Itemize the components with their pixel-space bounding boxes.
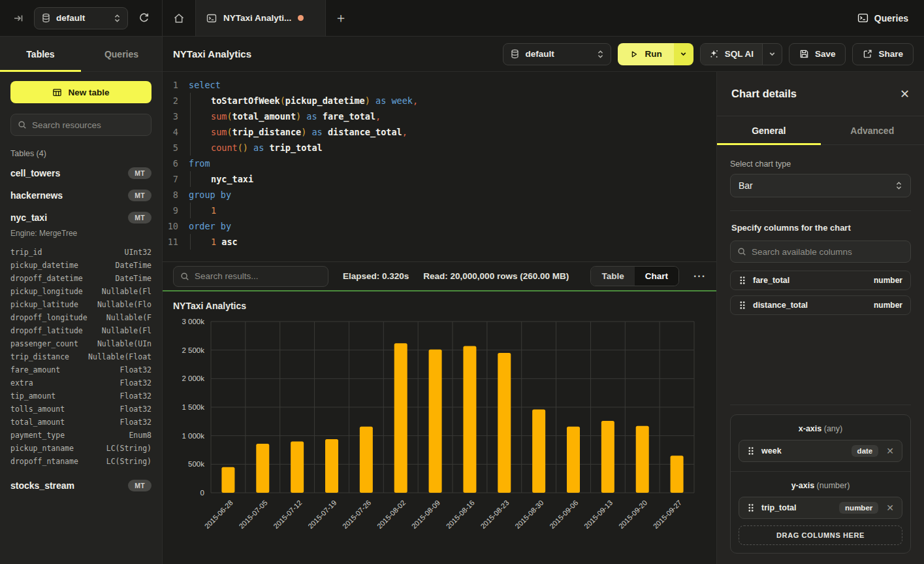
app-root: default NYTaxi Analyti.. [0, 0, 924, 564]
token: , [413, 95, 418, 106]
page-title: NYTaxi Analytics [173, 48, 251, 59]
engine-badge: MT [128, 480, 151, 491]
column-name: dropoff_ntaname [10, 455, 78, 468]
column-row: dropoff_datetimeDateTime [10, 272, 151, 285]
available-column-item[interactable]: fare_totalnumber [730, 271, 911, 290]
save-button[interactable]: Save [789, 43, 846, 65]
tables-section-label: Tables (4) [10, 149, 151, 158]
divider [731, 471, 910, 472]
queries-button[interactable]: Queries [857, 12, 908, 24]
remove-column-button[interactable]: ✕ [885, 503, 895, 513]
token: count [211, 142, 238, 153]
new-table-button[interactable]: New table [10, 81, 151, 103]
topbar-database-selector[interactable]: default [34, 7, 128, 29]
sidebar-search-input[interactable] [32, 120, 148, 130]
table-row[interactable]: stocks_streamMT [10, 474, 151, 497]
close-panel-button[interactable]: ✕ [900, 87, 910, 101]
table-row[interactable]: nyc_taxiMT [10, 207, 151, 229]
column-type: Nullable(Fl [102, 324, 151, 337]
sidebar-content: New table Tables (4) cell_towersMThacker… [0, 72, 162, 564]
x-tick-label: 2015-07-19 [306, 499, 338, 530]
x-tick-label: 2015-06-28 [203, 499, 234, 530]
axis-card: x-axis (any) weekdate✕ y-axis (number) t… [730, 414, 911, 554]
column-row: pickup_longitudeNullable(Fl [10, 285, 151, 298]
bar [291, 441, 304, 493]
column-type: Float32 [120, 363, 151, 376]
y-tick-label: 1 000k [182, 432, 204, 440]
sql-ai-button[interactable]: SQL AI [701, 44, 762, 65]
token: fare_total [323, 111, 375, 122]
code-line: 6from [163, 156, 716, 171]
line-number: 1 [163, 77, 189, 93]
token: 1 [211, 205, 216, 216]
bar [636, 426, 649, 493]
view-toggle-chart[interactable]: Chart [635, 267, 678, 286]
line-number: 6 [163, 156, 189, 171]
column-name: passenger_count [10, 337, 78, 350]
view-toggle-table[interactable]: Table [591, 267, 634, 286]
x-axis-column-item[interactable]: weekdate✕ [739, 440, 902, 462]
column-row: tip_amountFloat32 [10, 390, 151, 403]
collapse-sidebar-icon [13, 13, 24, 24]
drop-zone[interactable]: DRAG COLUMNS HERE [739, 525, 902, 545]
table-row[interactable]: hackernewsMT [10, 184, 151, 207]
column-name: extra [10, 376, 33, 390]
run-button-label: Run [645, 49, 661, 59]
token: total_amount [232, 111, 296, 122]
more-options-button[interactable]: ··· [693, 271, 706, 282]
table-row[interactable]: cell_towersMT [10, 162, 151, 184]
tab-bar: NYTaxi Analyti... ＋ [163, 0, 857, 36]
drag-handle-icon[interactable] [739, 301, 746, 310]
columns-search-input[interactable] [752, 247, 904, 257]
code-line: 5count() as trip_total [163, 140, 716, 156]
chevron-updown-icon [114, 14, 121, 23]
code-content: nyc_taxi [189, 171, 716, 187]
engine-badge: MT [128, 190, 151, 201]
home-tab-button[interactable] [163, 0, 195, 36]
tab-general[interactable]: General [717, 116, 821, 144]
save-button-label: Save [815, 49, 836, 59]
drag-handle-icon[interactable] [739, 276, 746, 285]
read-stat: Read: 20,000,000 rows (260.00 MB) [423, 271, 569, 281]
chevron-down-icon [680, 50, 687, 58]
sidebar-tab-tables[interactable]: Tables [0, 37, 81, 71]
query-tab[interactable]: NYTaxi Analyti... [195, 0, 326, 36]
x-tick-label: 2015-08-23 [479, 499, 510, 530]
column-name: tolls_amount [10, 403, 65, 416]
token: asc [221, 237, 237, 247]
sql-editor[interactable]: 1select2toStartOfWeek(pickup_datetime) a… [163, 72, 716, 261]
run-options-button[interactable] [674, 43, 693, 65]
column-name: trip_id [10, 246, 42, 259]
drag-handle-icon[interactable] [747, 503, 755, 512]
token: toStartOfWeek [211, 95, 280, 106]
database-icon [41, 13, 51, 23]
results-search-input[interactable] [195, 271, 321, 281]
available-column-item[interactable]: distance_totalnumber [730, 295, 911, 315]
column-type: Float32 [120, 376, 151, 390]
y-axis-column-item[interactable]: trip_totalnumber✕ [739, 497, 902, 519]
ellipsis-icon: ··· [693, 271, 706, 282]
run-button[interactable]: Run [618, 43, 673, 65]
column-type: Nullable(Float [88, 350, 151, 363]
header-database-selector[interactable]: default [503, 43, 611, 65]
token: distance_total [328, 127, 402, 137]
x-axis-header: x-axis (any) [739, 424, 902, 433]
close-icon: ✕ [900, 88, 910, 101]
share-button[interactable]: Share [852, 43, 914, 65]
tab-advanced[interactable]: Advanced [821, 116, 924, 144]
x-axis-column-type-badge: date [852, 445, 879, 457]
remove-column-button[interactable]: ✕ [885, 446, 895, 456]
code-line: 1select [163, 77, 716, 93]
engine-badge: MT [128, 212, 151, 224]
chart-type-dropdown[interactable]: Bar [730, 174, 911, 197]
y-axis-header: y-axis (number) [739, 481, 902, 490]
drag-handle-icon[interactable] [747, 446, 755, 456]
indent-guide [190, 93, 191, 108]
x-axis-column-name: week [761, 446, 845, 456]
new-tab-button[interactable]: ＋ [326, 0, 356, 36]
x-tick-label: 2015-09-06 [548, 499, 579, 530]
refresh-button[interactable] [135, 9, 153, 27]
collapse-sidebar-button[interactable] [9, 9, 27, 27]
sidebar-tab-queries[interactable]: Queries [81, 37, 162, 71]
sql-ai-options-button[interactable] [762, 44, 782, 65]
